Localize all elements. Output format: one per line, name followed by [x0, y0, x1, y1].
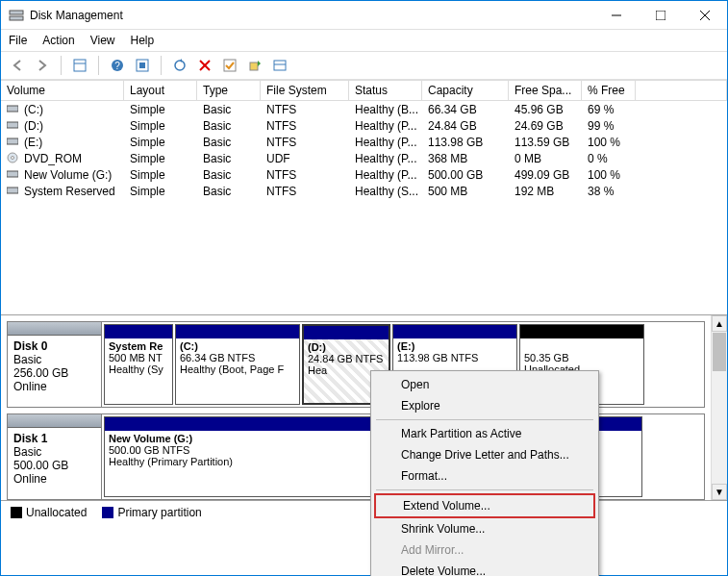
vertical-scrollbar[interactable]: ▲ ▼: [711, 315, 727, 500]
disk-row: Disk 1Basic500.00 GBOnlineNew Volume (G:…: [7, 413, 705, 500]
drive-icon: [7, 119, 20, 133]
ctx-format[interactable]: Format...: [374, 465, 595, 487]
partition[interactable]: System Re500 MB NTHealthy (Sy: [104, 324, 173, 405]
drive-icon: [7, 103, 20, 116]
legend: Unallocated Primary partition: [1, 500, 727, 523]
volume-row[interactable]: (E:)SimpleBasicNTFSHealthy (P...113.98 G…: [1, 134, 727, 150]
svg-rect-17: [274, 61, 286, 70]
drive-icon: [7, 136, 20, 149]
help-icon[interactable]: ?: [107, 55, 128, 76]
menu-view[interactable]: View: [90, 34, 115, 47]
menu-action[interactable]: Action: [42, 34, 74, 47]
delete-icon[interactable]: [194, 55, 215, 76]
volume-list: Volume Layout Type File System Status Ca…: [1, 80, 727, 314]
refresh-icon[interactable]: [169, 55, 190, 76]
svg-rect-3: [656, 11, 665, 20]
svg-rect-15: [224, 60, 236, 71]
menubar: File Action View Help: [1, 30, 727, 51]
partition[interactable]: (C:)66.34 GB NTFSHealthy (Boot, Page F: [175, 324, 300, 405]
scroll-thumb[interactable]: [713, 333, 726, 371]
svg-rect-11: [139, 63, 145, 68]
close-button[interactable]: [683, 1, 727, 29]
drive-icon: [7, 185, 20, 198]
col-status[interactable]: Status: [349, 81, 422, 100]
svg-point-23: [12, 156, 14, 159]
ctx-mark[interactable]: Mark Partition as Active: [374, 423, 595, 444]
svg-rect-0: [10, 11, 23, 14]
drive-icon: [7, 168, 20, 182]
col-pct[interactable]: % Free: [582, 81, 636, 100]
toolbar-view-icon[interactable]: [69, 55, 90, 76]
svg-rect-1: [10, 16, 23, 20]
properties-icon[interactable]: [269, 55, 290, 76]
svg-rect-21: [7, 138, 18, 144]
svg-rect-24: [7, 171, 18, 177]
ctx-change[interactable]: Change Drive Letter and Paths...: [374, 444, 595, 465]
disk-info[interactable]: Disk 1Basic500.00 GBOnline: [8, 414, 102, 499]
menu-help[interactable]: Help: [131, 34, 155, 47]
ctx-mirror: Add Mirror...: [374, 539, 595, 561]
maximize-button[interactable]: [639, 1, 683, 29]
legend-unallocated: Unallocated: [26, 506, 87, 519]
scroll-up[interactable]: ▲: [712, 315, 727, 332]
svg-rect-19: [7, 106, 18, 112]
toolbar-action-icon[interactable]: [244, 55, 265, 76]
volume-row[interactable]: (D:)SimpleBasicNTFSHealthy (P...24.84 GB…: [1, 117, 727, 134]
legend-primary: Primary partition: [117, 506, 201, 519]
col-cap[interactable]: Capacity: [422, 81, 509, 100]
app-icon: [9, 8, 24, 23]
drive-icon: [7, 152, 20, 165]
svg-text:?: ?: [114, 61, 120, 71]
check-icon[interactable]: [219, 55, 240, 76]
minimize-button[interactable]: [594, 1, 639, 29]
volume-row[interactable]: System ReservedSimpleBasicNTFSHealthy (S…: [1, 183, 727, 199]
col-fs[interactable]: File System: [261, 81, 349, 100]
titlebar: Disk Management: [1, 1, 727, 30]
svg-point-12: [175, 61, 185, 70]
col-type[interactable]: Type: [197, 81, 261, 100]
svg-rect-25: [7, 188, 18, 193]
disk-info[interactable]: Disk 0Basic256.00 GBOnline: [8, 322, 102, 407]
toolbar-settings-icon[interactable]: [132, 55, 153, 76]
col-free[interactable]: Free Spa...: [509, 81, 582, 100]
svg-rect-6: [74, 60, 86, 71]
toolbar: ?: [1, 51, 727, 80]
volume-row[interactable]: DVD_ROMSimpleBasicUDFHealthy (P...368 MB…: [1, 150, 727, 166]
volume-row[interactable]: New Volume (G:)SimpleBasicNTFSHealthy (P…: [1, 166, 727, 183]
back-button[interactable]: [7, 55, 28, 76]
svg-rect-20: [7, 122, 18, 128]
window-title: Disk Management: [30, 9, 594, 22]
disk-graphical-view: Disk 0Basic256.00 GBOnlineSystem Re500 M…: [1, 314, 727, 500]
disk-row: Disk 0Basic256.00 GBOnlineSystem Re500 M…: [7, 321, 705, 408]
forward-button[interactable]: [32, 55, 53, 76]
context-menu: Open Explore Mark Partition as Active Ch…: [370, 370, 599, 576]
ctx-open[interactable]: Open: [374, 374, 595, 395]
ctx-delete[interactable]: Delete Volume...: [374, 561, 595, 576]
ctx-shrink[interactable]: Shrink Volume...: [374, 518, 595, 539]
svg-rect-16: [250, 63, 258, 70]
menu-file[interactable]: File: [9, 34, 27, 47]
scroll-down[interactable]: ▼: [712, 484, 727, 500]
ctx-extend[interactable]: Extend Volume...: [374, 493, 595, 518]
volume-row[interactable]: (C:)SimpleBasicNTFSHealthy (B...66.34 GB…: [1, 101, 727, 117]
col-layout[interactable]: Layout: [124, 81, 197, 100]
col-volume[interactable]: Volume: [1, 81, 124, 100]
ctx-explore[interactable]: Explore: [374, 395, 595, 416]
